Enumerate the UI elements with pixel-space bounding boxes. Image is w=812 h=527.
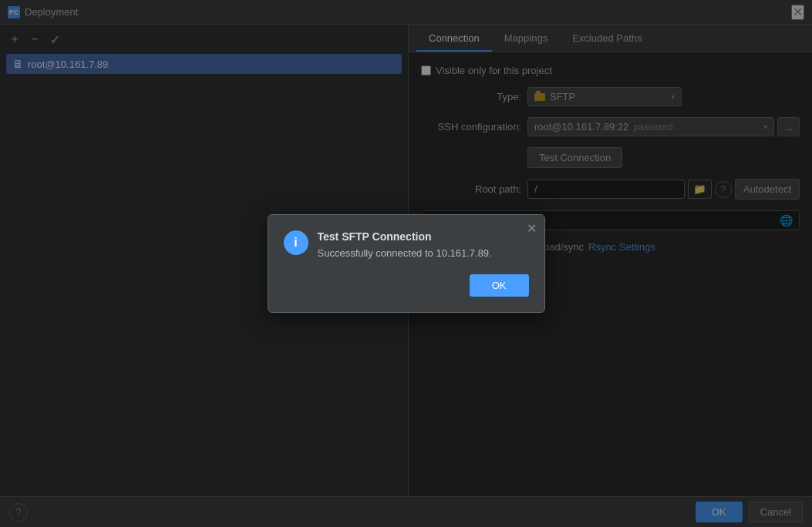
modal-dialog: ✕ i Test SFTP Connection Successfully co… <box>268 214 545 313</box>
modal-overlay: ✕ i Test SFTP Connection Successfully co… <box>0 0 812 527</box>
modal-info-icon: i <box>284 230 308 255</box>
modal-title: Test SFTP Connection <box>318 230 492 243</box>
modal-message: Successfully connected to 10.161.7.89. <box>318 247 492 259</box>
modal-header: i Test SFTP Connection Successfully conn… <box>284 230 529 259</box>
modal-ok-button[interactable]: OK <box>470 274 529 297</box>
info-icon-letter: i <box>294 236 297 250</box>
modal-text: Test SFTP Connection Successfully connec… <box>318 230 492 259</box>
modal-close-button[interactable]: ✕ <box>527 221 537 236</box>
modal-footer: OK <box>284 274 529 297</box>
